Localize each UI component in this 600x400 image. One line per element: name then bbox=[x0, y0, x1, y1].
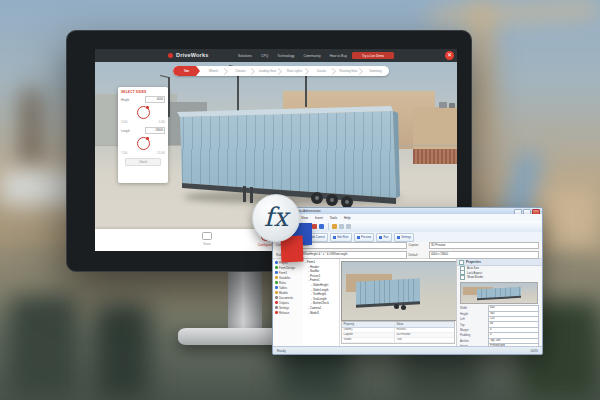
configurator-header: DriveWorks SolutionsCPQTechnologyCommuni… bbox=[95, 49, 457, 62]
cta-button[interactable]: Try a Live Demo bbox=[352, 52, 394, 59]
status-text: Ready bbox=[277, 349, 286, 353]
toolbar-separator bbox=[328, 223, 329, 230]
project-explorer-tree: Project Form Design Form1 Variables Rule… bbox=[273, 259, 304, 347]
nav-menu-item[interactable]: How to Buy bbox=[330, 54, 347, 58]
warning-icon[interactable] bbox=[332, 224, 337, 229]
dimension-min: 3,000 bbox=[121, 121, 128, 124]
checkbox-label: Auto Size bbox=[467, 266, 479, 270]
driveworks-logo-icon bbox=[168, 53, 173, 58]
menu-item[interactable]: Insert bbox=[315, 216, 323, 220]
monitor-stand-neck bbox=[228, 266, 262, 332]
project-tree-item[interactable]: Release bbox=[273, 310, 303, 315]
step-tab[interactable]: Landing Gear bbox=[254, 66, 281, 76]
field-label: Default bbox=[409, 253, 427, 257]
dimension-value-input[interactable]: 4000 bbox=[145, 96, 165, 103]
save-button[interactable]: Save bbox=[187, 232, 227, 246]
menu-item[interactable]: Tools bbox=[330, 216, 337, 220]
property-grid: Property Value (Name) Picture1 Caption 3… bbox=[341, 321, 455, 344]
tree-item-icon bbox=[275, 261, 278, 264]
wheel-hub bbox=[345, 200, 349, 204]
background-crane-arm bbox=[430, 2, 600, 25]
toolbar-button[interactable]: Preview bbox=[354, 233, 374, 242]
step-tab[interactable]: Van bbox=[173, 66, 200, 76]
scene-light-pole bbox=[168, 77, 170, 117]
tree-item-label: Documents bbox=[279, 296, 293, 300]
header-nav: SolutionsCPQTechnologyCommunityHow to Bu… bbox=[238, 49, 347, 62]
field-label: Caption bbox=[409, 243, 427, 247]
dimension-dial-slider[interactable] bbox=[137, 106, 150, 119]
admin-window: DriveWorks Administrator FileEditViewIns… bbox=[272, 207, 543, 355]
grid-column-header[interactable]: Property bbox=[342, 322, 395, 327]
control-tree: Form1HeaderNavBarPicture1Frame1SliderHei… bbox=[303, 259, 340, 347]
build-icon[interactable] bbox=[319, 224, 324, 229]
tree-item-icon bbox=[275, 281, 278, 284]
nav-menu-item[interactable]: Solutions bbox=[238, 54, 252, 58]
checkbox-icon[interactable] bbox=[459, 260, 464, 265]
admin-status-bar: Ready 100% bbox=[273, 346, 542, 354]
step-tab[interactable]: Rear Lights bbox=[281, 66, 308, 76]
tree-item-icon bbox=[275, 296, 278, 299]
image-thumbnail-preview bbox=[460, 282, 538, 304]
fx-logo-circle: fx bbox=[252, 194, 300, 242]
wheel-hub bbox=[315, 196, 319, 200]
trailer-landing-leg bbox=[250, 187, 253, 203]
toolbar-button[interactable]: Run bbox=[376, 233, 392, 242]
zoom-level: 100% bbox=[530, 349, 538, 353]
nav-menu-item[interactable]: Community bbox=[303, 54, 320, 58]
step-tab[interactable]: Running Gear bbox=[335, 66, 362, 76]
toolbar-button[interactable]: Settings bbox=[394, 233, 415, 242]
field-input[interactable]: 4000 x 13600 bbox=[429, 251, 540, 259]
dimension-value-input[interactable]: 13600 bbox=[145, 127, 165, 134]
step-tab[interactable]: Decals bbox=[308, 66, 335, 76]
step-tab[interactable]: Wheels bbox=[200, 66, 227, 76]
menu-item[interactable]: View bbox=[301, 216, 308, 220]
tree-item-icon bbox=[275, 301, 278, 304]
close-button[interactable]: ✕ bbox=[445, 51, 454, 60]
field-input[interactable]: Picture1 bbox=[296, 242, 407, 250]
background-tan-stack bbox=[545, 185, 600, 255]
thumb-trailer-chassis bbox=[477, 296, 521, 300]
field-input[interactable]: =DWVanHeight & " x " & DWVanLength bbox=[296, 251, 407, 259]
step-tab[interactable]: Chassis bbox=[227, 66, 254, 76]
checkbox-label: Lock Aspect bbox=[467, 271, 482, 275]
control-tree-item[interactable]: Model1 bbox=[303, 311, 339, 316]
nav-menu-item[interactable]: Technology bbox=[277, 54, 294, 58]
property-field-label: Margin bbox=[460, 328, 486, 332]
toolbar-button[interactable]: Edit Rule bbox=[330, 233, 352, 242]
dimension-dial-slider[interactable] bbox=[137, 137, 150, 150]
background-person bbox=[8, 295, 78, 400]
tree-item-label: Form1 bbox=[279, 271, 287, 275]
background-chimney bbox=[22, 88, 40, 172]
redo-icon[interactable] bbox=[346, 224, 351, 229]
step-tab[interactable]: Summary bbox=[362, 66, 389, 76]
scene-light-pole-arm bbox=[160, 75, 169, 78]
check-button[interactable]: Check bbox=[125, 158, 161, 166]
undo-icon[interactable] bbox=[339, 224, 344, 229]
property-checkbox-row[interactable]: Show Border bbox=[457, 275, 542, 280]
tree-item-label: Tables bbox=[279, 286, 287, 290]
trailer-wheel bbox=[326, 194, 338, 206]
dimension-label: Height bbox=[121, 98, 129, 102]
dimension-control-group: Length 13600 7,500 15,000 bbox=[121, 127, 165, 155]
nav-menu-item[interactable]: CPQ bbox=[261, 54, 268, 58]
grid-property-name: Visible bbox=[342, 338, 395, 342]
trailer-wheel bbox=[311, 192, 323, 204]
model-preview-viewport[interactable] bbox=[341, 261, 457, 321]
tree-item-icon bbox=[275, 276, 278, 279]
configurator-step-tabs: VanWheelsChassisLanding GearRear LightsD… bbox=[173, 66, 389, 76]
grid-row[interactable]: Enabled True bbox=[342, 343, 454, 344]
form-row: Control Picture1 Caption 3D Preview bbox=[276, 242, 539, 250]
stop-icon[interactable] bbox=[312, 224, 317, 229]
scene-distant-truck bbox=[449, 103, 455, 108]
brand-name: DriveWorks bbox=[176, 52, 208, 58]
grid-column-header[interactable]: Value bbox=[395, 322, 454, 327]
tree-item-icon bbox=[275, 271, 278, 274]
grid-property-value: True bbox=[395, 343, 454, 344]
property-field-label: Width bbox=[460, 306, 486, 310]
tree-item-label: Variables bbox=[279, 276, 290, 280]
tree-item-icon bbox=[275, 286, 278, 289]
field-input[interactable]: 3D Preview bbox=[429, 242, 540, 250]
menu-item[interactable]: Help bbox=[344, 216, 350, 220]
checkbox-icon bbox=[460, 275, 465, 280]
admin-center-panel: Property Value (Name) Picture1 Caption 3… bbox=[339, 259, 457, 346]
